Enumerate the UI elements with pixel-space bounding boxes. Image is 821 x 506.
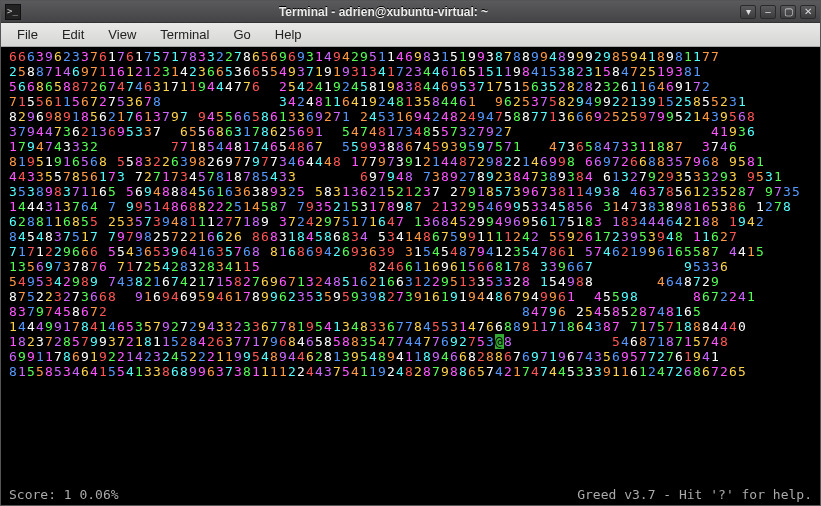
menu-view[interactable]: View (98, 25, 146, 44)
terminal-window: Terminal - adrien@xubuntu-virtual: ~ ▾ –… (0, 0, 821, 506)
close-button[interactable]: ✕ (800, 5, 816, 19)
grid-row: 7171229666 55436539641635768 81686942693… (9, 244, 812, 259)
grid-row: 6288116855 253573948111277189 3724297517… (9, 214, 812, 229)
grid-row: 6991178691922142324522211995489446281395… (9, 349, 812, 364)
grid-row: 5668658872674746317119444776 25424192458… (9, 79, 812, 94)
grid-row: 1444991784146535792729433233677819541348… (9, 319, 812, 334)
grid-row: 5495342989 74382167421715827696713248516… (9, 274, 812, 289)
grid-row: 13569737876 7172542832834115 82466116961… (9, 259, 812, 274)
grid-row: 4433557856173 727173457818785433 697948 … (9, 169, 812, 184)
player-cursor: @ (495, 334, 504, 349)
status-bar: Score: 1 0.06% Greed v3.7 - Hit '?' for … (1, 487, 820, 505)
grid-row: 6663962337617617571783322786569693149429… (9, 49, 812, 64)
grid-row: 71556115672753678 3424811641924813584461… (9, 94, 812, 109)
grid-row: 8454837517 797982572216626 8683184586834… (9, 229, 812, 244)
grid-row: 1794743332 77185448174654867 55993886745… (9, 139, 812, 154)
window-title: Terminal - adrien@xubuntu-virtual: ~ (27, 5, 740, 19)
terminal-icon (5, 4, 21, 20)
grid-row: 8155853464155413386899637381111224437541… (9, 364, 812, 379)
menu-file[interactable]: File (7, 25, 48, 44)
grid-row: 1823728579937218115284263771796846585883… (9, 334, 812, 349)
window-menu-button[interactable]: ▾ (740, 5, 756, 19)
grid-row: 83797458672 84796 25458528748165 (9, 304, 812, 319)
menubar: File Edit View Terminal Go Help (1, 23, 820, 47)
window-controls: ▾ – ▢ ✕ (740, 5, 816, 19)
score-text: Score: 1 0.06% (9, 487, 119, 499)
terminal-output[interactable]: 6663962337617617571783322786569693149429… (1, 47, 820, 487)
grid-row: 875223273668 916946959461789962353595939… (9, 289, 812, 304)
menu-help[interactable]: Help (265, 25, 312, 44)
help-text: Greed v3.7 - Hit '?' for help. (577, 487, 812, 499)
grid-row: 353898371165 56948884561636389325 583136… (9, 184, 812, 199)
maximize-button[interactable]: ▢ (780, 5, 796, 19)
titlebar[interactable]: Terminal - adrien@xubuntu-virtual: ~ ▾ –… (1, 1, 820, 23)
grid-row: 82969891856217613797 94556658613369271 2… (9, 109, 812, 124)
grid-row: 1444313764 7 995148688222514587 79352153… (9, 199, 812, 214)
menu-terminal[interactable]: Terminal (150, 25, 219, 44)
minimize-button[interactable]: – (760, 5, 776, 19)
grid-row: 81951916568 5583226398269779773464448 17… (9, 154, 812, 169)
menu-edit[interactable]: Edit (52, 25, 94, 44)
menu-go[interactable]: Go (223, 25, 260, 44)
grid-row: 37944736213695337 6556863178625691 54748… (9, 124, 812, 139)
grid-row: 2588714697116121231423665366554937191931… (9, 64, 812, 79)
